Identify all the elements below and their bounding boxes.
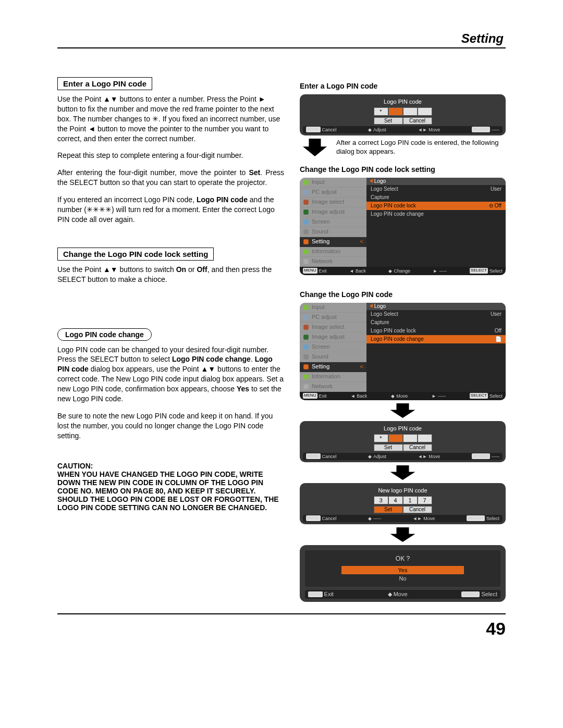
- menu-status-bar: MENU Exit ◄Back ◆Change ►----- SELECT Se…: [300, 267, 506, 275]
- cancel-button[interactable]: Cancel: [403, 444, 432, 451]
- sidebar-item-sound[interactable]: Sound: [300, 227, 366, 237]
- text-bold: Yes: [237, 385, 249, 393]
- pin-digit[interactable]: 1: [403, 496, 418, 504]
- menu-row-label: Logo PIN code lock: [371, 202, 416, 209]
- menu-row[interactable]: Logo PIN code change📄: [366, 335, 506, 343]
- text-bold: Logo PIN code: [197, 195, 248, 204]
- menu-row-label: Logo PIN code change: [371, 211, 424, 218]
- svg-rect-9: [303, 305, 309, 310]
- sidebar-item-input[interactable]: Input: [300, 178, 366, 188]
- status-text: Exit: [319, 393, 327, 399]
- image-select-icon: [303, 324, 309, 330]
- menu-row[interactable]: Logo PIN code lockOff: [366, 327, 506, 335]
- text-bold: Off: [197, 265, 207, 274]
- pin-digit[interactable]: [388, 107, 403, 116]
- status-text: Select: [486, 515, 499, 522]
- chevron-left-icon: [370, 304, 373, 308]
- menu-row[interactable]: Capture: [366, 318, 506, 327]
- menu-header: Logo: [366, 178, 506, 185]
- pin-digit[interactable]: [418, 434, 432, 442]
- sidebar-item-network[interactable]: Network: [300, 257, 366, 267]
- status-text: Back: [356, 268, 366, 274]
- pin-digit[interactable]: 4: [388, 496, 403, 504]
- osd-status-bar: MENU Exit ◆ Move SELECT Select: [305, 590, 500, 599]
- chevron-left-icon: <: [360, 238, 363, 245]
- heading-change-lock: Change the Logo PIN code lock setting: [57, 248, 214, 261]
- menu-row[interactable]: Logo SelectUser: [366, 310, 506, 318]
- osd-new-logo-pin: New logo PIN code 3 4 1 7 Set Cancel MEN…: [300, 483, 506, 524]
- caution-block: CAUTION: WHEN YOU HAVE CHANGED THE LOGO …: [57, 462, 284, 512]
- text: or: [186, 265, 197, 274]
- confirm-yes[interactable]: Yes: [341, 566, 464, 574]
- paragraph: Repeat this step to complete entering a …: [57, 151, 284, 161]
- arrow-down-icon: [390, 403, 415, 418]
- sidebar-item-image-adjust[interactable]: Image adjust: [300, 207, 366, 217]
- sidebar-item-label: PC adjust: [312, 188, 337, 196]
- sidebar-item-pc-adjust[interactable]: PC adjust: [300, 313, 366, 323]
- cancel-button[interactable]: Cancel: [403, 117, 432, 125]
- menu-badge: MENU: [306, 453, 321, 459]
- set-button[interactable]: Set: [374, 506, 403, 513]
- pin-digit[interactable]: [388, 434, 403, 442]
- menu-badge: MENU: [306, 127, 321, 132]
- sidebar-item-screen[interactable]: Screen: [300, 217, 366, 227]
- status-text: -----: [438, 393, 446, 399]
- pin-digit[interactable]: *: [374, 434, 388, 442]
- svg-rect-0: [303, 180, 309, 185]
- arrow-caption: After a correct Logo PIN code is entered…: [336, 139, 506, 156]
- sidebar-item-screen[interactable]: Screen: [300, 342, 366, 352]
- sidebar-item-pc-adjust[interactable]: PC adjust: [300, 188, 366, 198]
- sidebar-item-image-select[interactable]: Image select: [300, 198, 366, 207]
- caution-label: CAUTION:: [57, 462, 284, 470]
- button-row: Set Cancel: [303, 506, 503, 513]
- sidebar-item-information[interactable]: Information: [300, 372, 366, 382]
- status-text: Move: [429, 127, 440, 133]
- svg-rect-10: [303, 315, 309, 320]
- cancel-button[interactable]: Cancel: [403, 506, 432, 513]
- paragraph: Be sure to note the new Logo PIN code an…: [57, 411, 284, 441]
- sidebar-item-setting[interactable]: Setting<: [300, 237, 366, 247]
- confirm-no[interactable]: No: [305, 574, 500, 583]
- set-button[interactable]: Set: [374, 117, 403, 125]
- pin-row: *: [303, 434, 503, 442]
- menu-row[interactable]: Capture: [366, 193, 506, 202]
- arrow-down-icon: [390, 527, 415, 542]
- select-badge: SELECT: [470, 268, 488, 274]
- select-badge: SELECT: [470, 393, 488, 399]
- pin-digit[interactable]: [403, 107, 418, 116]
- sidebar-item-information[interactable]: Information: [300, 247, 366, 257]
- sidebar-item-label: Image adjust: [312, 333, 345, 341]
- pin-digit[interactable]: 3: [374, 496, 388, 504]
- sidebar-item-setting[interactable]: Setting<: [300, 362, 366, 372]
- menu-badge: MENU: [308, 591, 323, 597]
- setting-icon: [303, 239, 309, 245]
- sidebar-item-image-select[interactable]: Image select: [300, 323, 366, 332]
- pin-digit[interactable]: 7: [418, 496, 432, 504]
- sidebar-item-sound[interactable]: Sound: [300, 352, 366, 362]
- sidebar-item-input[interactable]: Input: [300, 303, 366, 313]
- pin-digit[interactable]: [403, 434, 418, 442]
- menu-row[interactable]: Logo PIN code lock⊖ Off: [366, 202, 506, 210]
- status-text: -----: [373, 515, 381, 522]
- status-text: Move: [423, 515, 435, 522]
- left-column: Enter a Logo PIN code Use the Point ▲▼ b…: [57, 77, 284, 604]
- page-title: Setting: [57, 31, 506, 46]
- screen-icon: [303, 344, 309, 350]
- image-select-icon: [303, 199, 309, 205]
- svg-rect-11: [303, 325, 309, 330]
- pin-digit[interactable]: *: [374, 107, 388, 116]
- subhead-enter-pin: Enter a Logo PIN code: [300, 81, 506, 91]
- menu-row[interactable]: Logo PIN code change: [366, 210, 506, 218]
- sidebar-item-label: Screen: [312, 218, 330, 226]
- svg-rect-16: [303, 374, 309, 379]
- set-button[interactable]: Set: [374, 444, 403, 451]
- menu-row[interactable]: Logo SelectUser: [366, 185, 506, 193]
- sidebar-item-image-adjust[interactable]: Image adjust: [300, 332, 366, 342]
- sidebar-item-network[interactable]: Network: [300, 382, 366, 392]
- osd-title: Logo PIN code: [303, 98, 503, 106]
- menu-row-value: User: [491, 186, 501, 193]
- svg-rect-5: [303, 229, 309, 235]
- pin-digit[interactable]: [418, 107, 432, 116]
- menu-row-label: Logo Select: [371, 311, 398, 318]
- button-row: Set Cancel: [303, 117, 503, 125]
